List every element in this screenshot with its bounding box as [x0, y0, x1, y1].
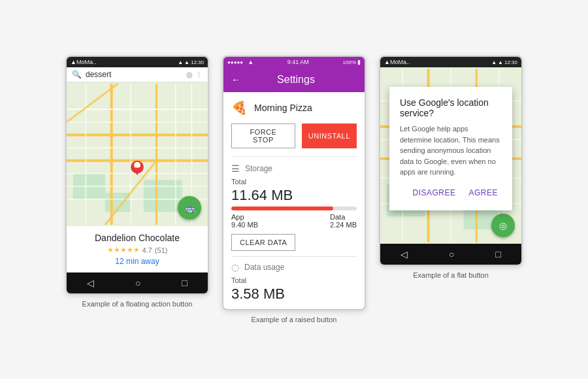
search-icon: 🔍	[72, 70, 82, 79]
time-away: 12 min away	[74, 257, 200, 266]
uninstall-button[interactable]: UNINSTALL	[302, 124, 357, 148]
phone2-wifi-icon: ▲	[248, 59, 253, 65]
location-dialog: Use Google's location service? Let Googl…	[389, 87, 512, 210]
place-rating: ★★★★★ 4.7 (51)	[74, 246, 200, 254]
floating-action-button[interactable]: 🚌	[178, 196, 201, 220]
clear-data-button[interactable]: CLEAR DATA	[231, 234, 295, 251]
rating-stars: ★★★★★	[107, 246, 140, 254]
phone1-signal-icon: ▲	[178, 59, 183, 65]
dialog-title: Use Google's location service?	[400, 97, 502, 118]
phone1-mockup: ▲MoMa‥ ▲ ▲ 12:30 🔍 dessert ◎ ⋮	[65, 56, 209, 308]
svg-point-21	[134, 162, 140, 169]
phone2-battery-icon: ▮	[357, 59, 361, 65]
phone2-caption: Example of a raised button	[252, 316, 337, 323]
data-usage-icon: ◌	[231, 262, 239, 272]
search-query: dessert	[86, 70, 182, 79]
storage-total-label: Total	[231, 178, 357, 186]
map-area2: Use Google's location service? Let Googl…	[380, 67, 521, 244]
more-icon[interactable]: ⋮	[195, 71, 203, 79]
floating-action-button2[interactable]: ◎	[491, 214, 515, 237]
action-buttons: FORCE STOP UNINSTALL	[223, 121, 365, 156]
recents-nav-icon2[interactable]: □	[495, 249, 500, 259]
data-usage-header: ◌ Data usage	[231, 262, 357, 272]
data-storage: Data 2.24 MB	[330, 213, 357, 229]
app-icon: 🍕	[231, 100, 248, 116]
phone2-battery-label: 100%	[343, 59, 356, 65]
app-name: Morning Pizza	[254, 103, 312, 113]
home-nav-icon[interactable]: ○	[135, 278, 140, 288]
back-nav-icon2[interactable]: ◁	[400, 249, 408, 259]
svg-rect-2	[144, 180, 182, 212]
data-size: 2.24 MB	[330, 221, 357, 229]
map-area: 🚌	[67, 82, 208, 226]
storage-bar	[231, 206, 357, 210]
rating-value: 4.7	[142, 246, 152, 254]
phone3-carrier: ▲MoMa‥	[384, 59, 410, 65]
phone1-nav-bar: ◁ ○ □	[67, 272, 208, 293]
force-stop-button[interactable]: FORCE STOP	[231, 124, 295, 148]
phone3-status-bar: ▲MoMa‥ ▲ ▲ 12:30	[380, 57, 521, 67]
phone2-status-bar: ●●●●● ▲ 9:41 AM 100% ▮	[223, 57, 365, 67]
phone1-wifi-icon: ▲	[184, 59, 189, 65]
phone1-status-right: ▲ ▲ 12:30	[178, 59, 204, 65]
phone3-nav-bar: ◁ ○ □	[380, 244, 521, 265]
location-icon[interactable]: ◎	[186, 71, 193, 79]
phone3-status-left: ▲MoMa‥	[384, 59, 410, 65]
disagree-button[interactable]: DISAGREE	[408, 186, 459, 200]
dialog-actions: DISAGREE AGREE	[400, 186, 502, 200]
app-storage: App 9.40 MB	[231, 213, 258, 229]
phone3-time: 12:30	[504, 59, 517, 65]
phone1-status-bar: ▲MoMa‥ ▲ ▲ 12:30	[67, 57, 208, 67]
phone2-status-dots: ●●●●● ▲	[227, 59, 253, 65]
phone2-time: 9:41 AM	[287, 59, 309, 65]
recents-nav-icon[interactable]: □	[182, 278, 187, 288]
storage-header: ☰ Storage	[231, 163, 357, 174]
search-actions: ◎ ⋮	[186, 71, 203, 79]
app-size: 9.40 MB	[231, 221, 258, 229]
app-info: 🍕 Morning Pizza	[223, 92, 365, 121]
phone1-caption: Example of a floating action button	[82, 300, 193, 308]
phone1-frame: ▲MoMa‥ ▲ ▲ 12:30 🔍 dessert ◎ ⋮	[65, 56, 209, 295]
storage-label: Storage	[245, 164, 272, 173]
place-info: Dandelion Chocolate ★★★★★ 4.7 (51) 12 mi…	[67, 226, 208, 272]
dialog-body: Let Google help apps determine location.…	[400, 124, 502, 178]
data-label: Data	[330, 213, 357, 221]
phone1-time-right: 12:30	[191, 59, 204, 65]
storage-details: App 9.40 MB Data 2.24 MB	[231, 213, 357, 229]
screenshots-container: ▲MoMa‥ ▲ ▲ 12:30 🔍 dessert ◎ ⋮	[52, 42, 536, 337]
place-name: Dandelion Chocolate	[74, 233, 200, 243]
phone2-status-right: 100% ▮	[343, 59, 361, 65]
app-label: App	[231, 213, 258, 221]
storage-section: ☰ Storage Total 11.64 MB App 9.40 MB Dat…	[223, 157, 365, 256]
data-usage-total-label: Total	[231, 276, 357, 284]
storage-total-value: 11.64 MB	[231, 187, 357, 204]
phone2-mockup: ●●●●● ▲ 9:41 AM 100% ▮ ← Settings 🍕 Morn…	[222, 56, 366, 323]
phone1-search-bar: 🔍 dessert ◎ ⋮	[67, 67, 208, 82]
settings-header: ← Settings	[223, 67, 365, 92]
settings-back-icon[interactable]: ←	[231, 74, 240, 85]
phone3-mockup: ▲MoMa‥ ▲ ▲ 12:30	[379, 56, 523, 279]
phone1-status-left: ▲MoMa‥	[71, 59, 97, 65]
data-usage-total: 3.58 MB	[231, 286, 357, 303]
phone3-signal-icon: ▲	[491, 59, 497, 65]
phone2-carrier: ●●●●●	[227, 59, 243, 65]
storage-bar-fill	[231, 206, 333, 210]
rating-count: (51)	[155, 246, 168, 254]
phone3-frame: ▲MoMa‥ ▲ ▲ 12:30	[379, 56, 523, 266]
data-usage-label: Data usage	[244, 263, 284, 272]
back-nav-icon[interactable]: ◁	[87, 278, 94, 288]
data-usage-section: ◌ Data usage Total 3.58 MB	[223, 257, 365, 309]
phone2-frame: ●●●●● ▲ 9:41 AM 100% ▮ ← Settings 🍕 Morn…	[222, 56, 366, 310]
phone3-wifi-icon: ▲	[498, 59, 503, 65]
agree-button[interactable]: AGREE	[465, 186, 502, 200]
phone3-caption: Example of a flat button	[413, 271, 489, 279]
phone1-time-left: ▲MoMa‥	[71, 59, 97, 65]
phone3-status-right: ▲ ▲ 12:30	[491, 59, 517, 65]
settings-title: Settings	[246, 74, 357, 86]
storage-icon: ☰	[231, 163, 240, 174]
home-nav-icon2[interactable]: ○	[449, 249, 454, 259]
